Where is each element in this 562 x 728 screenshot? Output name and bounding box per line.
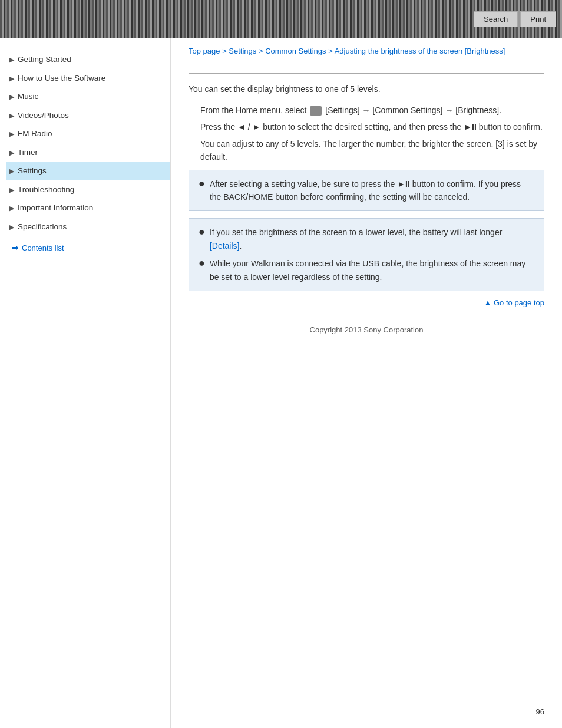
intro-text: You can set the display brightness to on… — [189, 83, 544, 95]
sidebar-item-fm-radio[interactable]: ▶ FM Radio — [6, 124, 170, 143]
arrow-icon: ▶ — [9, 186, 14, 194]
note-box-1: ● After selecting a setting value, be su… — [189, 170, 544, 212]
breadcrumb-common-settings[interactable]: Common Settings — [265, 47, 326, 55]
sidebar-item-getting-started[interactable]: ▶ Getting Started — [6, 50, 170, 69]
footer: Copyright 2013 Sony Corporation — [189, 317, 544, 342]
instruction-block: From the Home menu, select [Settings] → … — [200, 104, 544, 164]
bullet-icon: ● — [199, 226, 205, 237]
contents-list-link[interactable]: ➡ Contents list — [6, 243, 170, 252]
arrow-right-icon: ➡ — [12, 243, 19, 252]
note-box-2: ● If you set the brightness of the scree… — [189, 218, 544, 291]
sidebar-item-label: Timer — [18, 147, 38, 158]
contents-list-label: Contents list — [22, 243, 64, 252]
arrow-icon: ▶ — [9, 167, 14, 175]
hint-item-1: ● If you set the brightness of the scree… — [199, 226, 534, 252]
details-link-1[interactable]: [Details] — [210, 241, 240, 251]
page-layout: ▶ Getting Started ▶ How to Use the Softw… — [0, 38, 562, 728]
sidebar-item-videos-photos[interactable]: ▶ Videos/Photos — [6, 106, 170, 125]
breadcrumb-current: Adjusting the brightness of the screen [… — [335, 47, 505, 55]
arrow-icon: ▶ — [9, 149, 14, 157]
instruction-line-1: From the Home menu, select [Settings] → … — [200, 104, 544, 117]
breadcrumb-separator3: > — [328, 47, 335, 55]
sidebar-item-label: How to Use the Software — [18, 73, 105, 84]
page-title-section — [189, 67, 544, 74]
print-button[interactable]: Print — [520, 11, 556, 27]
sidebar-item-label: Videos/Photos — [18, 110, 69, 121]
arrow-icon: ▶ — [9, 111, 14, 120]
instruction-text-1b: [Settings] → [Common Settings] → [Bright… — [325, 106, 501, 115]
play-pause-icon: ►II — [464, 122, 477, 131]
search-button[interactable]: Search — [474, 11, 518, 27]
breadcrumb-separator2: > — [259, 47, 265, 55]
note-text-1: After selecting a setting value, be sure… — [210, 177, 534, 204]
note-single: ● After selecting a setting value, be su… — [199, 177, 534, 204]
sidebar-item-label: Music — [18, 91, 38, 102]
go-to-top-link[interactable]: ▲ Go to page top — [484, 298, 545, 307]
hint-text-1: If you set the brightness of the screen … — [210, 226, 534, 252]
page-number: 96 — [536, 707, 544, 716]
header-buttons: Search Print — [474, 11, 556, 27]
sidebar-item-how-to-use[interactable]: ▶ How to Use the Software — [6, 69, 170, 88]
breadcrumb: Top page > Settings > Common Settings > … — [189, 47, 544, 55]
bullet-icon: ● — [199, 178, 205, 189]
header: Search Print — [0, 0, 562, 38]
arrow-icon: ▶ — [9, 223, 14, 231]
arrow-icon: ▶ — [9, 130, 14, 138]
hint-text-2: While your Walkman is connected via the … — [210, 257, 534, 284]
arrow-icon: ▶ — [9, 204, 14, 212]
sidebar-item-label: Getting Started — [18, 54, 71, 65]
sidebar-item-label: FM Radio — [18, 129, 52, 139]
sidebar-item-important-information[interactable]: ▶ Important Information — [6, 199, 170, 218]
arrow-icon: ▶ — [9, 74, 14, 83]
instruction-text-2b: button to confirm. — [479, 122, 543, 131]
sidebar-item-music[interactable]: ▶ Music — [6, 87, 170, 106]
instruction-line-3: You can adjust to any of 5 levels. The l… — [200, 137, 544, 164]
arrow-icon: ▶ — [9, 55, 14, 64]
instruction-text-2: Press the ◄ / ► button to select the des… — [200, 122, 464, 131]
sidebar-item-label: Specifications — [18, 222, 67, 232]
breadcrumb-settings[interactable]: Settings — [229, 47, 256, 55]
instruction-line-2: Press the ◄ / ► button to select the des… — [200, 120, 544, 133]
sidebar-item-label: Important Information — [18, 203, 93, 213]
sidebar-item-label: Troubleshooting — [18, 185, 74, 195]
sidebar-item-label: Settings — [18, 166, 47, 176]
sidebar-item-specifications[interactable]: ▶ Specifications — [6, 218, 170, 236]
page-top-link: ▲ Go to page top — [189, 298, 544, 307]
breadcrumb-separator: > — [222, 47, 229, 55]
footer-text: Copyright 2013 Sony Corporation — [310, 325, 424, 334]
sidebar: ▶ Getting Started ▶ How to Use the Softw… — [0, 38, 171, 728]
main-content: Top page > Settings > Common Settings > … — [171, 38, 562, 728]
settings-icon — [310, 106, 322, 116]
sidebar-item-timer[interactable]: ▶ Timer — [6, 143, 170, 162]
arrow-icon: ▶ — [9, 93, 14, 101]
sidebar-item-troubleshooting[interactable]: ▶ Troubleshooting — [6, 180, 170, 199]
hint-item-2: ● While your Walkman is connected via th… — [199, 257, 534, 284]
instruction-text-1: From the Home menu, select — [200, 106, 309, 115]
sidebar-item-settings[interactable]: ▶ Settings — [6, 162, 170, 180]
breadcrumb-top-page[interactable]: Top page — [189, 47, 220, 55]
bullet-icon-2: ● — [199, 258, 205, 268]
